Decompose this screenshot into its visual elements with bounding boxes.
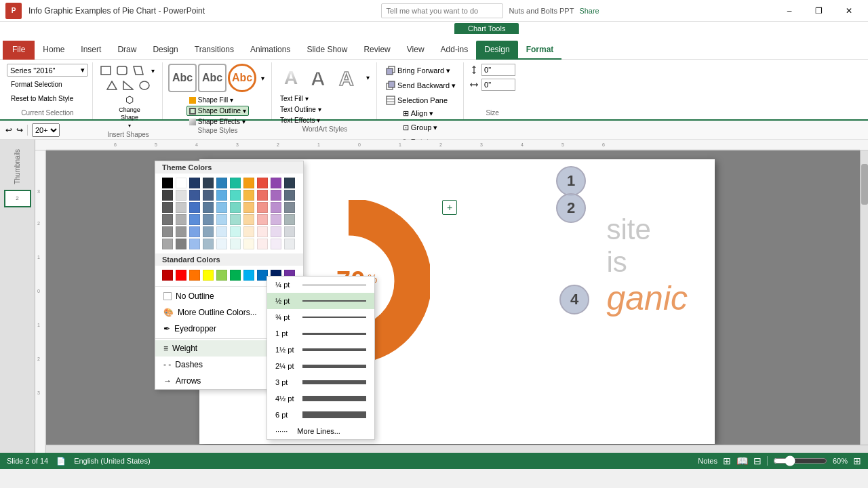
color-swatch[interactable] (162, 214, 173, 225)
color-swatch[interactable] (176, 226, 186, 237)
color-swatch[interactable] (257, 178, 268, 188)
tab-format[interactable]: Format (518, 41, 562, 60)
shape-style-abc1[interactable]: Abc (168, 64, 197, 92)
color-swatch[interactable] (284, 226, 295, 237)
weight-item-w8[interactable]: 4½ pt (267, 390, 374, 407)
color-swatch[interactable] (230, 239, 241, 249)
color-swatch[interactable] (203, 190, 214, 201)
color-swatch[interactable] (257, 202, 268, 213)
color-swatch[interactable] (284, 202, 295, 213)
color-swatch[interactable] (230, 178, 241, 188)
color-swatch[interactable] (271, 226, 281, 237)
weight-item-w1[interactable]: ¼ pt (267, 277, 374, 293)
color-swatch[interactable] (243, 226, 254, 237)
shape-style-abc3[interactable]: Abc (228, 64, 256, 92)
std-color-swatch[interactable] (189, 270, 200, 281)
plus-button[interactable]: + (442, 200, 457, 215)
color-swatch[interactable] (203, 178, 214, 188)
std-color-swatch[interactable] (176, 270, 186, 281)
v-scroll-thumb[interactable] (861, 164, 868, 205)
color-swatch[interactable] (271, 239, 281, 249)
color-swatch[interactable] (176, 202, 186, 213)
color-swatch[interactable] (176, 239, 186, 249)
send-backward-button[interactable]: Send Backward ▾ (382, 79, 459, 92)
color-swatch[interactable] (257, 239, 268, 249)
zoom-slider[interactable] (773, 455, 827, 466)
v-scrollbar[interactable] (860, 150, 868, 453)
color-swatch[interactable] (271, 190, 281, 201)
color-swatch[interactable] (189, 178, 200, 188)
shape-more[interactable]: ▾ (147, 66, 158, 76)
std-color-swatch[interactable] (230, 270, 241, 281)
wordart-a1[interactable]: A (277, 64, 304, 91)
toolbar2-redo[interactable]: ↪ (16, 125, 23, 135)
color-swatch[interactable] (257, 214, 268, 225)
color-swatch[interactable] (162, 239, 173, 249)
share-button[interactable]: Share (579, 7, 599, 15)
tab-review[interactable]: Review (355, 41, 398, 60)
slide-sorter-button[interactable]: ⊞ (723, 455, 731, 466)
reset-style-button[interactable]: Reset to Match Style (7, 92, 88, 105)
tab-draw[interactable]: Draw (109, 41, 144, 60)
tab-file[interactable]: File (3, 41, 35, 60)
color-swatch[interactable] (162, 190, 173, 201)
more-lines-item[interactable]: ······More Lines... (267, 423, 374, 439)
color-swatch[interactable] (162, 178, 173, 188)
color-swatch[interactable] (271, 214, 281, 225)
change-shape-button[interactable]: ⬡ ChangeShape ▾ (114, 92, 145, 131)
color-swatch[interactable] (257, 226, 268, 237)
color-swatch[interactable] (176, 214, 186, 225)
color-swatch[interactable] (243, 214, 254, 225)
weight-item-w3[interactable]: ¾ pt (267, 309, 374, 325)
shape-parallelogram[interactable] (131, 64, 146, 77)
selection-pane-button[interactable]: Selection Pane (382, 94, 451, 107)
color-swatch[interactable] (203, 202, 214, 213)
tab-slideshow[interactable]: Slide Show (298, 41, 355, 60)
tab-addins[interactable]: Add-ins (433, 41, 477, 60)
color-swatch[interactable] (230, 214, 241, 225)
minimize-button[interactable]: – (776, 1, 803, 20)
bring-forward-button[interactable]: Bring Forward ▾ (382, 64, 454, 77)
tab-transitions[interactable]: Transitions (186, 41, 242, 60)
shape-effects-button[interactable]: Shape Effects ▾ (186, 117, 249, 127)
std-color-swatch[interactable] (216, 270, 227, 281)
series-dropdown[interactable]: Series "2016" ▾ (7, 64, 88, 77)
color-swatch[interactable] (162, 202, 173, 213)
reading-view-button[interactable]: 📖 (736, 455, 748, 466)
std-color-swatch[interactable] (203, 270, 214, 281)
shape-rounded-rect[interactable] (115, 64, 130, 77)
wordart-more[interactable]: ▾ (363, 73, 372, 83)
text-fill-button[interactable]: Text Fill ▾ (277, 94, 372, 104)
wordart-a2[interactable]: A (306, 64, 333, 91)
wordart-a3[interactable]: A (334, 64, 361, 91)
weight-item-w5[interactable]: 1½ pt (267, 342, 374, 358)
color-swatch[interactable] (203, 239, 214, 249)
close-button[interactable]: ✕ (835, 1, 863, 20)
tab-design[interactable]: Design (144, 41, 186, 60)
color-swatch[interactable] (243, 178, 254, 188)
color-swatch[interactable] (203, 214, 214, 225)
std-color-swatch[interactable] (243, 270, 254, 281)
color-swatch[interactable] (243, 239, 254, 249)
shape-triangle[interactable] (104, 79, 119, 92)
color-swatch[interactable] (162, 226, 173, 237)
shape-fill-button[interactable]: Shape Fill ▾ (186, 95, 249, 105)
shape-styles-more[interactable]: ▾ (258, 73, 267, 83)
color-swatch[interactable] (230, 190, 241, 201)
shape-rect[interactable] (98, 64, 113, 77)
color-swatch[interactable] (176, 190, 186, 201)
color-swatch[interactable] (216, 202, 227, 213)
shape-style-abc2[interactable]: Abc (198, 64, 226, 92)
color-swatch[interactable] (271, 178, 281, 188)
color-swatch[interactable] (284, 239, 295, 249)
shape-oval[interactable] (137, 79, 152, 92)
color-swatch[interactable] (189, 226, 200, 237)
color-swatch[interactable] (284, 190, 295, 201)
color-swatch[interactable] (271, 202, 281, 213)
color-swatch[interactable] (203, 226, 214, 237)
shape-right-triangle[interactable] (121, 79, 136, 92)
h-scrollbar[interactable] (46, 445, 868, 453)
tab-home[interactable]: Home (35, 41, 73, 60)
color-swatch[interactable] (257, 190, 268, 201)
shape-outline-button[interactable]: Shape Outline ▾ (186, 106, 249, 116)
